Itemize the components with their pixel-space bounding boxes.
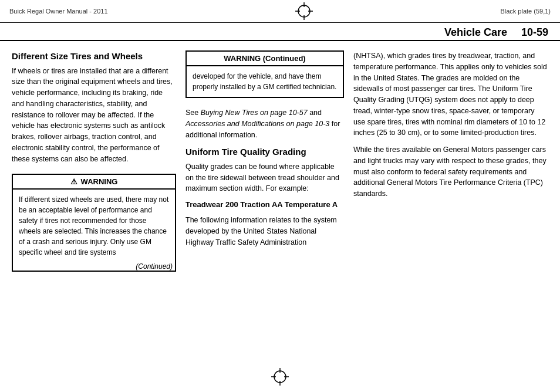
warning-body-text: If different sized wheels are used, ther… xyxy=(19,195,168,256)
right-column: (NHTSA), which grades tires by treadwear… xyxy=(353,50,548,377)
warning-box-body: If different sized wheels are used, ther… xyxy=(13,190,175,262)
uniform-body: Quality grades can be found where applic… xyxy=(185,161,344,194)
uniform-section: Uniform Tire Quality Grading Quality gra… xyxy=(185,146,344,194)
header-crosshair-icon xyxy=(295,2,313,20)
warning-label: WARNING xyxy=(81,177,118,186)
uniform-title: Uniform Tire Quality Grading xyxy=(185,146,344,158)
right-para2: While the tires available on General Mot… xyxy=(353,144,548,200)
treadwear-example: Treadwear 200 Traction AA Temperature A xyxy=(185,200,344,209)
bottom-crosshair xyxy=(271,368,289,387)
different-size-section: Different Size Tires and Wheels If wheel… xyxy=(12,50,176,164)
see-reference-text: See Buying New Tires on page 10-57 and A… xyxy=(185,107,344,140)
warning-continued-box: WARNING (Continued) developed for the ve… xyxy=(185,50,344,98)
right-para1: (NHTSA), which grades tires by treadwear… xyxy=(353,50,548,138)
warning-continued-label: (Continued) xyxy=(13,262,175,271)
different-size-body: If wheels or tires are installed that ar… xyxy=(12,66,176,165)
bottom-crosshair-icon xyxy=(271,368,289,386)
warning-box-header: ⚠ WARNING xyxy=(13,175,175,190)
header-right-text: Black plate (59,1) xyxy=(500,8,551,15)
warning-box: ⚠ WARNING If different sized wheels are … xyxy=(12,174,176,272)
header-left-text: Buick Regal Owner Manual - 2011 xyxy=(9,8,108,15)
left-column: Different Size Tires and Wheels If wheel… xyxy=(12,50,176,377)
header-center xyxy=(295,2,313,20)
page-number: 10-59 xyxy=(521,26,548,39)
page-header: Buick Regal Owner Manual - 2011 Black pl… xyxy=(0,0,560,23)
page-section-title: Vehicle Care xyxy=(444,26,507,39)
following-text: The following information relates to the… xyxy=(185,215,344,248)
warning-icon: ⚠ xyxy=(70,177,77,186)
main-content: Different Size Tires and Wheels If wheel… xyxy=(0,41,560,386)
warning-continued-header: WARNING (Continued) xyxy=(187,52,343,66)
middle-column: WARNING (Continued) developed for the ve… xyxy=(185,50,344,377)
page-title-bar: Vehicle Care 10-59 xyxy=(0,23,560,41)
different-size-title: Different Size Tires and Wheels xyxy=(12,50,176,62)
warning-continued-body: developed for the vehicle, and have them… xyxy=(187,66,343,97)
